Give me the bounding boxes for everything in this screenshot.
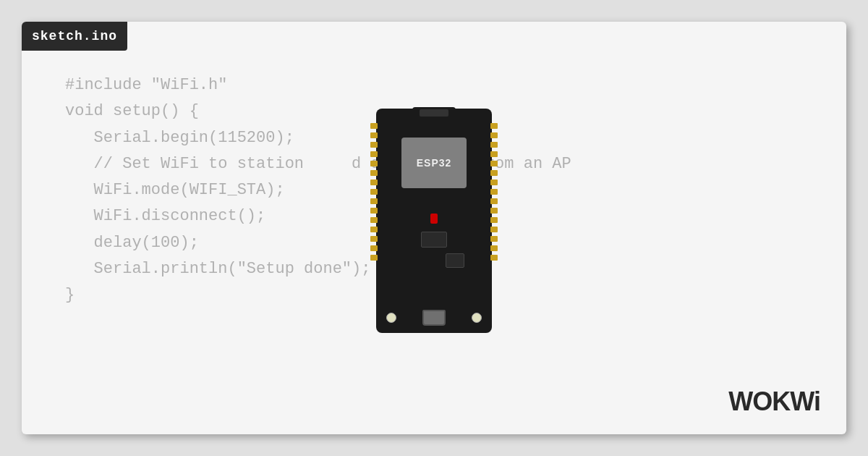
pin: [490, 227, 498, 232]
boot-button[interactable]: [386, 313, 396, 323]
pin: [370, 132, 378, 138]
pin: [490, 151, 498, 157]
small-ic: [421, 232, 447, 248]
usb-port[interactable]: [422, 310, 446, 326]
pin: [370, 208, 378, 214]
pin: [490, 217, 498, 223]
pin: [370, 170, 378, 176]
wokwi-logo-text: WOKWi: [728, 387, 820, 416]
pin: [490, 170, 498, 176]
tab-bar[interactable]: sketch.ino: [22, 22, 127, 51]
pins-right: [490, 123, 498, 261]
reset-button[interactable]: [472, 313, 482, 323]
pin: [370, 236, 378, 242]
antenna-inner: [420, 109, 448, 117]
pin: [370, 142, 378, 148]
pins-left: [370, 123, 378, 261]
pin: [490, 189, 498, 195]
pin: [490, 236, 498, 242]
pin: [370, 245, 378, 251]
pin: [370, 217, 378, 223]
wokwi-logo: WOKWi: [728, 387, 820, 417]
esp32-board: ESP32: [376, 109, 492, 333]
antenna: [412, 107, 456, 120]
pin: [370, 161, 378, 166]
pin: [490, 161, 498, 166]
esp32-chip: ESP32: [401, 138, 467, 188]
led-red: [430, 214, 438, 224]
pin: [370, 123, 378, 129]
pin: [490, 123, 498, 129]
pin: [370, 151, 378, 157]
pin: [370, 227, 378, 232]
chip-label: ESP32: [417, 157, 452, 169]
main-card: sketch.ino #include "WiFi.h" void setup(…: [22, 22, 846, 434]
pin: [370, 180, 378, 185]
pin: [370, 255, 378, 261]
pin: [490, 142, 498, 148]
pin: [490, 255, 498, 261]
pin: [490, 180, 498, 185]
pin: [490, 132, 498, 138]
tab-label: sketch.ino: [32, 29, 117, 43]
pin: [490, 245, 498, 251]
small-chip: [446, 253, 464, 268]
pin: [490, 198, 498, 204]
board-body: ESP32: [376, 109, 492, 333]
pin: [490, 208, 498, 214]
pin: [370, 189, 378, 195]
pin: [370, 198, 378, 204]
